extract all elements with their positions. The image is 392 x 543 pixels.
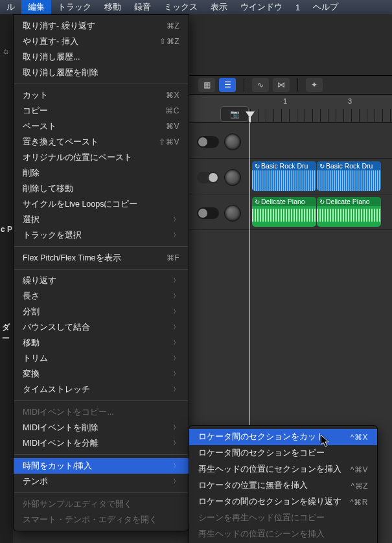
- menu-ミックス[interactable]: ミックス: [157, 0, 204, 14]
- menu-item: MIDIイベントをコピー...: [14, 404, 189, 420]
- submenu-item[interactable]: ロケータ間のセクションをコピー: [189, 445, 377, 461]
- menu-表示[interactable]: 表示: [204, 0, 234, 14]
- menu-編集[interactable]: 編集: [21, 0, 51, 14]
- loop-icon: ↻: [255, 198, 260, 205]
- toolbar: ▦ ☰ ∿ ⋈ ✦: [189, 75, 392, 95]
- submenu-item: 再生ヘッドの位置にシーンを挿入: [189, 526, 377, 542]
- grid-view-icon[interactable]: ▦: [198, 78, 215, 92]
- track-knob[interactable]: [224, 133, 241, 150]
- loop-icon: ↻: [319, 198, 325, 205]
- left-label-1: c P: [1, 225, 12, 234]
- timeline-ruler[interactable]: 📷 135: [189, 95, 392, 123]
- menu-item[interactable]: コピー⌘C: [14, 103, 189, 119]
- mouse-cursor-icon: [321, 435, 331, 450]
- track-row[interactable]: [189, 123, 392, 159]
- menu-item[interactable]: トラックを選択〉: [14, 227, 189, 243]
- left-panel-sliver: ☼ c P ダー: [0, 14, 13, 543]
- loop-icon: ↻: [319, 163, 325, 170]
- menu-item[interactable]: テンポ〉: [14, 474, 189, 489]
- track-toggle[interactable]: [197, 207, 219, 219]
- menu-item[interactable]: やり直す- 挿入⇧⌘Z: [14, 34, 189, 49]
- menu-item[interactable]: トリム〉: [14, 351, 189, 366]
- menu-item[interactable]: MIDIイベントを分離〉: [14, 435, 189, 451]
- menu-移動[interactable]: 移動: [98, 0, 128, 14]
- loop-icon: ↻: [255, 163, 260, 170]
- menu-item[interactable]: 削除: [14, 165, 189, 181]
- region[interactable]: ↻Delicate Piano: [252, 197, 316, 227]
- track-row[interactable]: ↻Basic Rock Dru↻Basic Rock Dru: [189, 159, 392, 194]
- menu-item[interactable]: 置き換えてペースト⇧⌘V: [14, 134, 189, 150]
- ruler-marker: 3: [348, 97, 352, 105]
- menu-トラック[interactable]: トラック: [51, 0, 98, 14]
- menu-item[interactable]: 繰り返す〉: [14, 273, 189, 288]
- menu-item[interactable]: 時間をカット/挿入〉: [14, 458, 189, 474]
- menu-item: スマート・テンポ・エディタを開く: [14, 512, 189, 527]
- menu-item[interactable]: オリジナルの位置にペースト: [14, 150, 189, 165]
- svg-marker-0: [321, 435, 329, 446]
- edit-menu-dropdown: 取り消す- 繰り返す⌘Zやり直す- 挿入⇧⌘Z取り消し履歴...取り消し履歴を削…: [13, 14, 189, 531]
- menu-item[interactable]: 取り消し履歴を削除: [14, 65, 189, 80]
- ruler-marker: 1: [283, 97, 287, 105]
- menu-item[interactable]: バウンスして結合〉: [14, 319, 189, 335]
- track-toggle[interactable]: [197, 172, 219, 183]
- region[interactable]: ↻Delicate Piano: [317, 197, 381, 227]
- menu-item[interactable]: サイクルをLive Loopsにコピー: [14, 196, 189, 212]
- menu-録音[interactable]: 録音: [128, 0, 157, 14]
- time-cut-insert-submenu: ロケータ間のセクションをカット^⌘Xロケータ間のセクションをコピー再生ヘッドの位…: [189, 425, 378, 543]
- menu-item[interactable]: MIDIイベントを削除〉: [14, 420, 189, 435]
- menu-ル[interactable]: ル: [0, 0, 21, 14]
- menu-item[interactable]: 変換〉: [14, 366, 189, 382]
- menu-item[interactable]: ペースト⌘V: [14, 119, 189, 134]
- brightness-icon[interactable]: ☼: [2, 46, 10, 56]
- menu-item: 外部サンプルエディタで開く: [14, 496, 189, 512]
- track-knob[interactable]: [224, 169, 241, 186]
- menu-ウインドウ[interactable]: ウインドウ: [234, 0, 289, 14]
- automation-curve-icon[interactable]: ∿: [252, 78, 269, 92]
- wand-icon[interactable]: ✦: [306, 78, 323, 92]
- menubar: ル編集トラック移動録音ミックス表示ウインドウ1ヘルプ: [0, 0, 392, 14]
- menu-item[interactable]: 移動〉: [14, 335, 189, 351]
- track-toggle[interactable]: [197, 136, 219, 148]
- submenu-item[interactable]: 再生ヘッドの位置にセクションを挿入^⌘V: [189, 461, 377, 478]
- menu-ヘルプ[interactable]: ヘルプ: [306, 0, 345, 14]
- submenu-item: シーンを再生ヘッド位置にコピー: [189, 510, 377, 526]
- menu-item[interactable]: 長さ〉: [14, 288, 189, 304]
- menu-1[interactable]: 1: [289, 0, 306, 14]
- menu-item[interactable]: カット⌘X: [14, 87, 189, 103]
- menu-item[interactable]: 取り消し履歴...: [14, 49, 189, 65]
- menu-item[interactable]: 選択〉: [14, 212, 189, 227]
- list-view-icon[interactable]: ☰: [219, 78, 236, 92]
- submenu-item[interactable]: ロケータ間のセクションをカット^⌘X: [189, 429, 377, 445]
- region[interactable]: ↻Basic Rock Dru: [317, 161, 381, 191]
- submenu-item[interactable]: ロケータの位置に無音を挿入^⌘Z: [189, 478, 377, 494]
- menu-item[interactable]: タイムストレッチ〉: [14, 382, 189, 397]
- submenu-item[interactable]: ロケータの間のセクションを繰り返す^⌘R: [189, 494, 377, 510]
- menu-item[interactable]: 取り消す- 繰り返す⌘Z: [14, 18, 189, 34]
- track-row[interactable]: ↻Delicate Piano↻Delicate Piano: [189, 194, 392, 230]
- left-label-2: ダー: [2, 322, 13, 344]
- menu-item[interactable]: 分割〉: [14, 304, 189, 319]
- menu-item[interactable]: 削除して移動: [14, 181, 189, 196]
- region[interactable]: ↻Basic Rock Dru: [252, 161, 316, 191]
- menu-item[interactable]: Flex Pitch/Flex Timeを表示⌘F: [14, 250, 189, 266]
- loop-icon[interactable]: ⋈: [273, 78, 290, 92]
- track-knob[interactable]: [224, 205, 241, 222]
